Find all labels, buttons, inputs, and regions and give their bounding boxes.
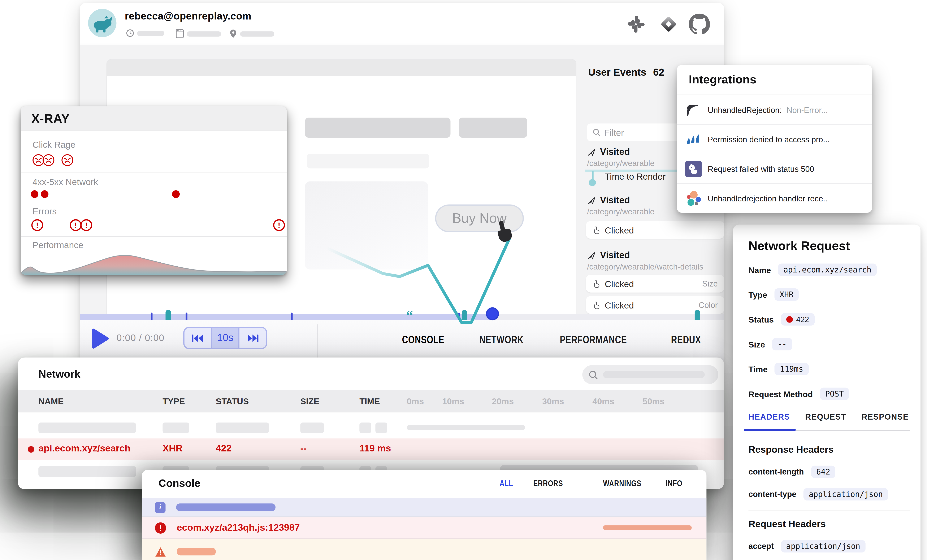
timeline-progress [80,314,492,320]
header-value: application/json [781,540,866,552]
log-skeleton-bar [177,548,216,555]
visited-url: /category/wearable/watch-details [587,263,703,271]
pointer-cursor-icon [494,220,515,245]
clicked-hand-icon [592,226,600,234]
integration-datadog-row[interactable]: Request failed with status 500 [677,153,872,183]
network-error-dot [31,190,39,198]
browser-icon [175,29,184,38]
console-row-error[interactable]: ! ecom.xyz/a213qh.js:123987 [142,517,707,539]
cell-type: XHR [163,443,182,454]
jira-icon[interactable] [659,15,678,33]
playback-timeline[interactable]: “ [80,314,724,320]
request-status-value: 422 [781,313,815,325]
skeleton-title-bar-2 [459,118,527,138]
tab-request[interactable]: REQUEST [805,413,846,421]
time-to-render-dot [589,179,596,186]
integration-message: Request failed with status 500 [708,164,814,173]
request-header-row: accept application/json [748,540,909,552]
performance-chart [21,250,287,275]
user-events-title: User Events 62 [588,67,664,79]
skeleton-title-bar [305,118,451,138]
session-topbar: rebecca@openreplay.com [80,3,724,44]
integration-sentry-row[interactable]: UnhandledRejection: Non-Error... [677,94,872,124]
network-table-header: NAME TYPE STATUS SIZE TIME 0ms 10ms 20ms… [18,390,724,413]
network-title: Network [38,368,80,381]
datadog-icon [685,160,702,177]
tab-performance[interactable]: PERFORMANCE [560,334,646,346]
event-visited-3[interactable]: Visited /category/wearable/watch-details [587,250,703,272]
click-rage-label: Click Rage [32,140,76,149]
tab-response[interactable]: RESPONSE [862,413,909,421]
header-value: 642 [811,466,836,478]
col-name: NAME [38,396,64,406]
time-to-render-label[interactable]: Time to Render [605,171,666,182]
performance-label: Performance [32,240,83,250]
console-tab-info[interactable]: INFO [666,479,687,488]
player-divider [318,325,318,361]
console-devtools-window: Console ALL ERRORS WARNINGS INFO i ! eco… [142,470,707,560]
waterfall-tick: 30ms [542,396,564,406]
skip-controls: 10s [183,327,267,349]
sentry-icon [685,102,702,118]
session-browser-meta [175,29,221,38]
network-search-box[interactable] [582,365,718,384]
console-tab-warnings[interactable]: WARNINGS [603,479,652,488]
response-headers-title: Response Headers [748,444,833,455]
clicked-hand-icon [592,279,600,288]
request-status-row: Status 422 [748,313,909,325]
console-row-warning[interactable] [142,539,707,560]
integration-message: Permission denied to access pro... [708,135,830,144]
tab-redux[interactable]: REDUX [671,334,709,346]
event-visited-1[interactable]: Visited /category/wearable [587,147,655,168]
skip-interval[interactable]: 10s [211,328,240,348]
session-location-meta [229,29,274,38]
integration-message-muted: Non-Error... [787,105,828,114]
event-clicked-size[interactable]: Clicked Size [586,275,724,293]
integration-elastic-row[interactable]: Unhandledrejection handler rece.. [677,183,872,213]
section-divider [748,510,910,511]
github-icon[interactable] [689,14,710,35]
error-icon: ! [155,522,166,533]
waterfall-tick: 40ms [592,396,614,406]
console-row-info[interactable]: i [142,498,707,517]
request-method-row: Request Method POST [748,388,909,400]
console-tab-errors[interactable]: ERRORS [533,479,571,488]
search-icon [592,128,600,137]
tab-headers[interactable]: HEADERS [748,413,790,421]
network-row-error[interactable]: api.ecom.xyz/search XHR 422 -- 119 ms [18,439,724,460]
visited-icon [587,147,596,156]
cell-time: 119 ms [359,443,391,454]
avatar [88,9,116,37]
click-target: Size [702,279,718,288]
click-rage-icon [61,153,74,167]
xray-header: X-RAY [21,106,287,131]
session-duration-meta [126,29,164,37]
integration-waves-row[interactable]: Permission denied to access pro... [677,124,872,153]
event-clicked-1[interactable]: Clicked [586,221,724,239]
event-visited-2[interactable]: Visited /category/wearable [587,195,655,216]
skip-forward-icon [247,334,259,343]
request-time-row: Time 119ms [748,363,909,375]
error-icon: ! [31,219,43,231]
console-error-source: ecom.xyz/a213qh.js:123987 [177,522,300,533]
play-button[interactable] [92,328,109,349]
elastic-icon [685,190,702,206]
skip-back-button[interactable] [184,328,211,348]
network-row-skeleton[interactable] [18,417,724,439]
integrations-title: Integrations [689,73,757,87]
slack-icon[interactable] [627,15,646,33]
console-tab-all[interactable]: ALL [500,479,517,488]
warning-icon [155,546,166,557]
tab-console[interactable]: CONSOLE [402,334,456,346]
network-errors-label: 4xx-5xx Network [32,177,98,187]
playhead-knob[interactable] [486,307,499,320]
rhino-icon [88,9,116,37]
event-clicked-color[interactable]: Clicked Color [586,296,724,314]
tab-network[interactable]: NETWORK [480,334,536,346]
col-type: TYPE [163,396,185,406]
console-title: Console [158,477,201,490]
xray-panel: X-RAY Click Rage 4xx-5xx Network Errors … [21,106,287,275]
waterfall-bar [407,425,525,430]
col-size: SIZE [300,396,319,406]
skip-forward-button[interactable] [240,328,266,348]
